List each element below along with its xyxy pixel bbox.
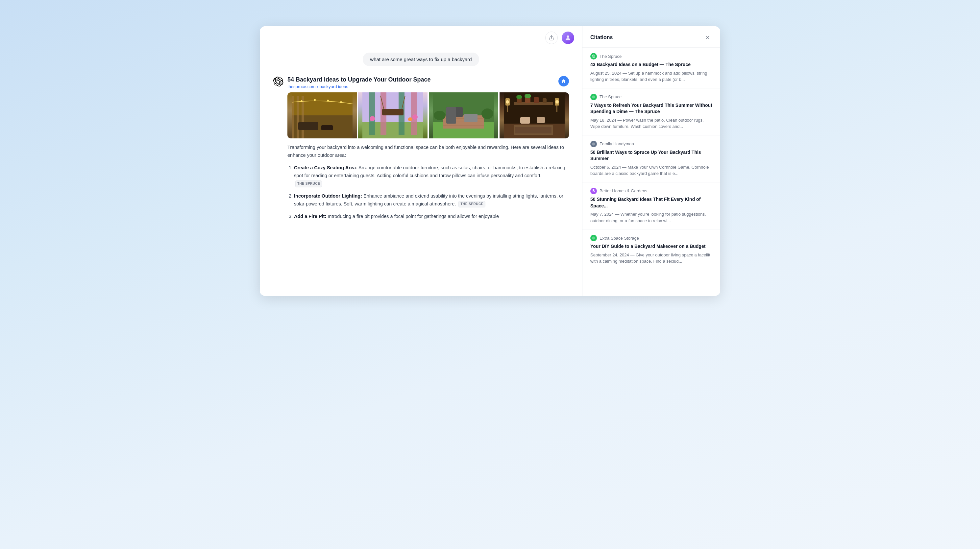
svg-point-49	[516, 95, 522, 99]
breadcrumb-path: backyard ideas	[320, 84, 348, 89]
list-item-1-label: Create a Cozy Seating Area:	[294, 165, 358, 170]
citation-tag-1[interactable]: THE SPRUCE	[295, 181, 322, 187]
grid-image-1	[288, 92, 357, 138]
citation-source-name-5: Extra Space Storage	[600, 236, 639, 241]
citation-snippet-2: May 18, 2024 — Power wash the patio. Cle…	[590, 117, 712, 130]
ai-response-section: 54 Backyard Ideas to Upgrade Your Outdoo…	[260, 73, 582, 235]
response-list: Create a Cozy Seating Area: Arrange comf…	[288, 164, 569, 221]
svg-rect-5	[297, 96, 299, 138]
svg-point-58	[592, 95, 595, 98]
share-button[interactable]	[545, 32, 558, 44]
citation-favicon-4: B	[590, 188, 597, 194]
citation-article-title-2: 7 Ways to Refresh Your Backyard This Sum…	[590, 102, 712, 115]
list-item-2: Incorporate Outdoor Lighting: Enhance am…	[294, 192, 569, 208]
svg-point-34	[434, 111, 445, 120]
citation-article-title-4: 50 Stunning Backyard Ideas That Fit Ever…	[590, 196, 712, 209]
citation-item-1[interactable]: The Spruce 43 Backyard Ideas on a Budget…	[582, 48, 720, 89]
citation-source-row-1: The Spruce	[590, 53, 712, 60]
citation-item-5[interactable]: Extra Space Storage Your DIY Guide to a …	[582, 230, 720, 270]
svg-rect-19	[382, 109, 404, 115]
svg-point-9	[327, 100, 329, 102]
list-item-3-text: Introducing a fire pit provides a focal …	[328, 214, 499, 219]
svg-rect-33	[465, 114, 477, 122]
grid-image-4	[500, 92, 569, 138]
breadcrumb-site: thespruce.com	[288, 84, 315, 89]
citation-source-name-2: The Spruce	[600, 94, 622, 99]
svg-rect-15	[369, 92, 375, 135]
citation-snippet-4: May 7, 2024 — Whether you're looking for…	[590, 211, 712, 224]
citation-favicon-1	[590, 53, 597, 60]
response-intro: Transforming your backyard into a welcom…	[288, 144, 569, 159]
citation-snippet-5: September 24, 2024 — Give your outdoor l…	[590, 252, 712, 265]
grid-image-3	[429, 92, 498, 138]
svg-point-40	[506, 100, 509, 103]
source-header: 54 Backyard Ideas to Upgrade Your Outdoo…	[273, 76, 569, 89]
user-avatar[interactable]	[562, 32, 574, 44]
svg-rect-32	[446, 107, 456, 124]
source-breadcrumb[interactable]: thespruce.com › backyard ideas	[288, 84, 554, 89]
citation-favicon-2	[590, 94, 597, 100]
citation-item-3[interactable]: Family Handyman 50 Brilliant Ways to Spr…	[582, 135, 720, 182]
list-item-3-label: Add a Fire Pit:	[294, 214, 326, 219]
list-item-3: Add a Fire Pit: Introducing a fire pit p…	[294, 213, 569, 221]
svg-point-22	[370, 116, 375, 121]
svg-rect-53	[520, 117, 530, 124]
image-grid	[288, 92, 569, 138]
svg-point-10	[340, 101, 342, 103]
citation-favicon-letter-4: B	[592, 189, 595, 193]
user-message-text: what are some great ways to fix up a bac…	[370, 57, 472, 62]
citation-favicon-3	[590, 141, 597, 147]
list-item-2-label: Incorporate Outdoor Lighting:	[294, 193, 362, 198]
citations-close-button[interactable]	[703, 33, 712, 42]
citation-item-2[interactable]: The Spruce 7 Ways to Refresh Your Backya…	[582, 89, 720, 135]
svg-rect-12	[321, 125, 333, 130]
user-message-row: what are some great ways to fix up a bac…	[260, 49, 582, 73]
list-item-1: Create a Cozy Seating Area: Arrange comf…	[294, 164, 569, 188]
citation-source-row-4: B Better Homes & Gardens	[590, 188, 712, 194]
citation-snippet-1: August 25, 2024 — Set up a hammock and a…	[590, 70, 712, 83]
response-body: Transforming your backyard into a welcom…	[288, 144, 569, 220]
citation-source-name-3: Family Handyman	[600, 141, 634, 146]
user-message-bubble: what are some great ways to fix up a bac…	[363, 52, 479, 66]
svg-point-59	[592, 142, 595, 145]
svg-rect-48	[542, 98, 547, 103]
svg-rect-52	[515, 127, 552, 133]
svg-point-24	[408, 117, 412, 121]
svg-point-8	[314, 99, 316, 101]
citation-source-row-5: Extra Space Storage	[590, 235, 712, 241]
top-bar	[260, 26, 582, 49]
svg-rect-47	[534, 97, 539, 103]
citations-header: Citations	[582, 26, 720, 48]
citation-article-title-1: 43 Backyard Ideas on a Budget — The Spru…	[590, 62, 712, 68]
svg-rect-54	[537, 117, 545, 123]
svg-point-43	[555, 100, 559, 103]
citation-source-row-2: The Spruce	[590, 94, 712, 100]
source-info: 54 Backyard Ideas to Upgrade Your Outdoo…	[288, 76, 554, 89]
chatgpt-logo-icon	[273, 76, 283, 87]
citation-favicon-5	[590, 235, 597, 241]
citation-item-4[interactable]: B Better Homes & Gardens 50 Stunning Bac…	[582, 182, 720, 230]
citation-article-title-5: Your DIY Guide to a Backyard Makeover on…	[590, 243, 712, 250]
svg-point-50	[525, 94, 531, 98]
citation-tag-2[interactable]: THE SPRUCE	[458, 201, 485, 208]
citation-snippet-3: October 6, 2024 — Make Your Own Cornhole…	[590, 164, 712, 177]
citation-source-name-1: The Spruce	[600, 54, 622, 59]
breadcrumb-chevron-icon: ›	[317, 84, 318, 89]
svg-point-35	[482, 108, 493, 119]
citations-title: Citations	[590, 35, 612, 40]
citation-source-row-3: Family Handyman	[590, 141, 712, 147]
main-chat-area: what are some great ways to fix up a bac…	[260, 26, 582, 296]
source-title: 54 Backyard Ideas to Upgrade Your Outdoo…	[288, 76, 554, 84]
svg-rect-18	[411, 92, 417, 135]
citations-panel: Citations The Spruce 43 Backyard Ide	[582, 26, 720, 296]
citation-article-title-3: 50 Brilliant Ways to Spruce Up Your Back…	[590, 149, 712, 162]
svg-point-1	[566, 35, 569, 38]
svg-point-7	[301, 100, 302, 102]
home-icon-button[interactable]	[558, 76, 569, 86]
citation-source-name-4: Better Homes & Gardens	[600, 188, 647, 193]
grid-image-2	[358, 92, 428, 138]
svg-point-23	[412, 114, 418, 120]
svg-rect-11	[298, 122, 318, 130]
svg-point-60	[592, 237, 595, 240]
